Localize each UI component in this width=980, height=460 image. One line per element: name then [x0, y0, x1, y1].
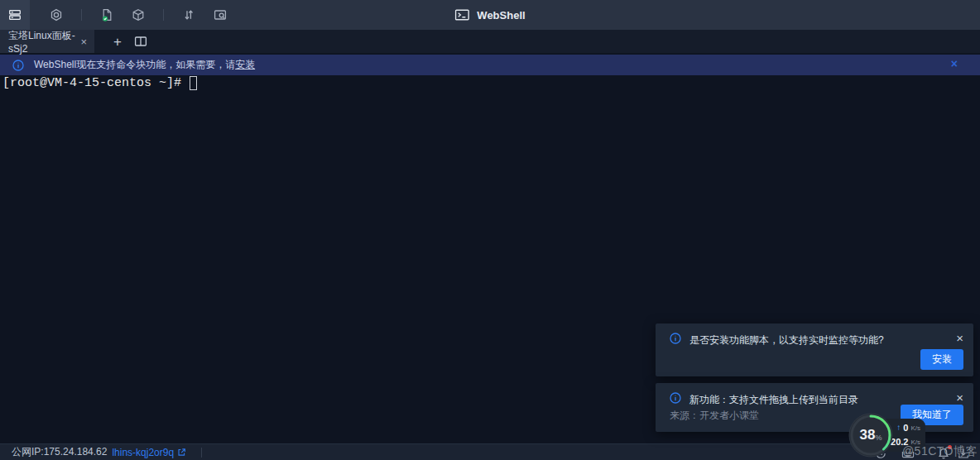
banner-close-icon[interactable]: ×: [951, 58, 958, 69]
file-check-icon[interactable]: [100, 8, 113, 22]
package-icon[interactable]: [132, 8, 145, 22]
info-icon: [12, 60, 24, 71]
upload-speed: ↑ 0 K/s: [896, 423, 920, 433]
gauge-percent-sign: %: [875, 434, 882, 442]
status-bar: 公网IP:175.24.184.62 lhins-kqj2or9q: [0, 443, 980, 460]
status-left: 公网IP:175.24.184.62 lhins-kqj2or9q: [12, 445, 202, 459]
split-view-icon[interactable]: [134, 35, 147, 48]
toast-head: 是否安装功能脚本，以支持实时监控等功能? ×: [656, 323, 973, 347]
window-search-icon[interactable]: [214, 8, 227, 22]
tab-strip: 宝塔Linux面板-sSj2 × +: [0, 30, 980, 53]
toast-source: 来源：开发者小课堂: [670, 409, 759, 423]
toast-message: 是否安装功能脚本，以支持实时监控等功能?: [689, 333, 948, 347]
app-title: WebShell: [454, 8, 525, 22]
terminal-icon: [454, 8, 469, 22]
instance-link[interactable]: lhins-kqj2or9q: [112, 447, 186, 458]
terminal-prompt-line[interactable]: [root@VM-4-15-centos ~]#: [2, 76, 197, 90]
apps-grid-button[interactable]: [0, 0, 30, 30]
toast-drag-upload: 新功能：支持文件拖拽上传到当前目录 × 来源：开发者小课堂 我知道了: [656, 383, 973, 432]
banner-install-link[interactable]: 安装: [235, 58, 255, 72]
toast-head: 新功能：支持文件拖拽上传到当前目录 ×: [656, 383, 973, 407]
status-divider: [201, 448, 202, 458]
watermark: @51CTO博客: [902, 444, 978, 459]
swap-vertical-icon[interactable]: [182, 8, 195, 22]
topbar-divider: [81, 9, 82, 21]
tab-baota-panel[interactable]: 宝塔Linux面板-sSj2 ×: [0, 30, 94, 53]
topbar-divider: [163, 9, 164, 21]
gauge-percent-value: 38: [860, 427, 876, 443]
topbar: WebShell: [0, 0, 980, 30]
tab-close-icon[interactable]: ×: [80, 36, 87, 47]
banner-message: WebShell现在支持命令块功能，如果需要，请: [34, 58, 235, 72]
info-icon: [670, 392, 681, 404]
load-gauge[interactable]: 38 %: [848, 413, 893, 458]
close-icon[interactable]: ×: [956, 391, 963, 404]
upload-value: 0: [903, 423, 908, 433]
toast-install-monitor: 是否安装功能脚本，以支持实时监控等功能? × 安装: [656, 323, 973, 376]
settings-icon[interactable]: [50, 8, 63, 22]
info-icon: [670, 333, 681, 344]
install-button[interactable]: 安装: [920, 349, 963, 370]
external-link-icon: [177, 448, 186, 457]
instance-link-text: lhins-kqj2or9q: [112, 447, 174, 458]
webshell-notice-banner: WebShell现在支持命令块功能，如果需要，请 安装 ×: [0, 55, 980, 75]
upload-unit: K/s: [910, 424, 920, 432]
public-ip-label: 公网IP:175.24.184.62: [12, 445, 107, 459]
new-tab-button[interactable]: +: [113, 35, 122, 49]
terminal-cursor: [190, 76, 197, 90]
upload-arrow-icon: ↑: [896, 424, 901, 432]
app-title-text: WebShell: [477, 9, 525, 22]
tab-label: 宝塔Linux面板-sSj2: [8, 29, 80, 55]
terminal-prompt: [root@VM-4-15-centos ~]#: [2, 76, 189, 90]
gauge-label: 38 %: [848, 413, 893, 458]
topbar-tools: [50, 8, 227, 22]
close-icon[interactable]: ×: [956, 332, 963, 344]
apps-grid-icon: [8, 8, 22, 22]
